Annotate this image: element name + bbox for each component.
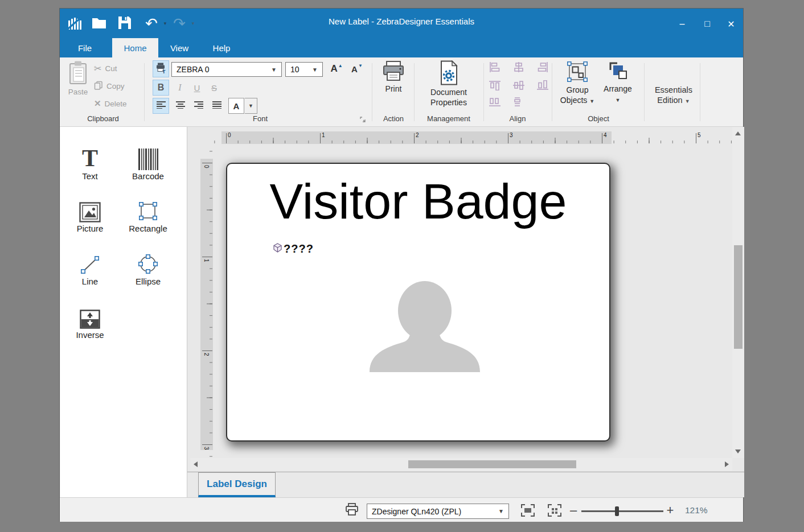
minimize-button[interactable]: – xyxy=(674,17,691,31)
scroll-down-arrow-icon[interactable] xyxy=(735,449,741,453)
delete-icon: ✕ xyxy=(94,98,101,109)
variable-text-object[interactable]: ???? xyxy=(273,242,314,255)
distribute-horizontally-icon xyxy=(489,97,501,110)
title-bar: ↶ ▾ ↷ ▾ New Label - ZebraDesigner Essent… xyxy=(60,9,743,38)
align-left-edges-button[interactable] xyxy=(488,63,502,74)
edition-menu-button[interactable]: EssentialsEdition ▼ xyxy=(647,83,700,108)
copy-icon xyxy=(94,81,103,92)
printer-settings-button[interactable] xyxy=(343,502,360,518)
tab-label-design[interactable]: Label Design xyxy=(198,472,276,497)
align-text-right-button[interactable] xyxy=(191,98,207,114)
status-bar: ZDesigner QLn420 (ZPL)▼ – + 121% xyxy=(60,497,743,522)
zoom-slider-thumb[interactable] xyxy=(615,506,619,516)
shrink-font-button[interactable]: A▼ xyxy=(348,60,366,77)
arrange-icon xyxy=(607,74,629,84)
text-icon: T xyxy=(66,145,114,170)
printer-icon xyxy=(345,502,359,518)
photo-placeholder-object[interactable] xyxy=(359,281,490,372)
barcode-icon xyxy=(124,145,172,170)
zoom-slider-track[interactable] xyxy=(581,510,663,512)
align-left-icon xyxy=(157,101,166,111)
font-color-button[interactable]: A xyxy=(228,98,244,114)
font-dialog-launcher[interactable] xyxy=(358,115,367,123)
tab-help[interactable]: Help xyxy=(207,41,236,55)
paste-icon xyxy=(68,77,88,87)
grow-font-button[interactable]: A▲ xyxy=(327,60,346,77)
align-right-edges-button[interactable] xyxy=(536,63,549,74)
cut-button[interactable]: ✂Cut xyxy=(94,61,141,75)
vertical-scrollbar-thumb[interactable] xyxy=(734,245,743,349)
distribute-vertically-icon xyxy=(513,97,524,110)
align-bottom-edges-button[interactable] xyxy=(536,81,549,92)
tool-line[interactable]: Line xyxy=(66,250,114,288)
group-objects-icon xyxy=(566,75,589,85)
rectangle-icon xyxy=(124,197,172,222)
desktop-background: ↶ ▾ ↷ ▾ New Label - ZebraDesigner Essent… xyxy=(0,0,804,532)
align-middle-vertical-button[interactable] xyxy=(512,81,526,92)
scroll-left-arrow-icon[interactable] xyxy=(194,461,198,467)
tab-file[interactable]: File xyxy=(70,41,100,55)
ribbon-tab-bar: File Home View Help xyxy=(60,38,743,57)
underline-button[interactable]: U xyxy=(190,80,204,96)
horizontal-scrollbar[interactable] xyxy=(190,458,732,471)
group-objects-button[interactable]: GroupObjects ▼ xyxy=(559,60,596,113)
document-properties-icon xyxy=(438,77,459,87)
tool-barcode[interactable]: Barcode xyxy=(124,145,172,183)
print-button[interactable]: Print xyxy=(376,60,411,112)
app-window: ↶ ▾ ↷ ▾ New Label - ZebraDesigner Essent… xyxy=(59,8,744,522)
chevron-down-icon: ▼ xyxy=(498,508,504,514)
bold-button[interactable]: B xyxy=(153,80,169,96)
align-text-center-button[interactable] xyxy=(173,98,188,114)
horizontal-ruler: 0 1 2 3 4 5 xyxy=(214,131,733,144)
copy-button[interactable]: Copy xyxy=(94,79,141,93)
toolbox-panel: T Text Barcode Picture Rectangle Line xyxy=(60,127,187,497)
close-button[interactable]: ✕ xyxy=(723,17,740,31)
scroll-right-arrow-icon[interactable] xyxy=(725,461,729,467)
fit-to-objects-button[interactable] xyxy=(545,504,564,519)
align-center-horizontal-button[interactable] xyxy=(512,63,526,74)
printer-select[interactable]: ZDesigner QLn420 (ZPL)▼ xyxy=(367,504,509,519)
scroll-up-arrow-icon[interactable] xyxy=(735,131,741,135)
tab-view[interactable]: View xyxy=(165,41,194,55)
chevron-down-icon: ▼ xyxy=(616,97,621,103)
action-group-label: Action xyxy=(374,114,413,123)
distribute-vertically-button[interactable] xyxy=(512,98,526,109)
vertical-ruler: 0 1 2 3 xyxy=(200,147,213,463)
chevron-down-icon: ▼ xyxy=(685,98,690,104)
font-size-select[interactable]: 10▼ xyxy=(285,62,323,77)
tool-picture[interactable]: Picture xyxy=(66,197,114,235)
tool-ellipse[interactable]: Ellipse xyxy=(124,250,172,288)
distribute-horizontally-button[interactable] xyxy=(488,98,502,109)
zoom-in-button[interactable]: + xyxy=(664,502,676,518)
vertical-scrollbar[interactable] xyxy=(732,127,744,458)
tool-text[interactable]: T Text xyxy=(66,145,114,183)
tool-rectangle[interactable]: Rectangle xyxy=(124,197,172,235)
label-title-text-object[interactable]: Visitor Badge xyxy=(227,176,609,226)
picture-icon xyxy=(66,197,114,222)
printer-font-toggle[interactable]: T xyxy=(153,60,169,77)
document-properties-button[interactable]: DocumentProperties xyxy=(419,60,479,113)
font-family-select[interactable]: ZEBRA 0▼ xyxy=(171,62,282,77)
italic-button[interactable]: I xyxy=(173,80,187,96)
font-color-dropdown[interactable]: ▼ xyxy=(245,98,257,114)
fit-to-label-button[interactable] xyxy=(519,504,537,519)
paste-button[interactable]: Paste xyxy=(64,60,92,110)
delete-button[interactable]: ✕Delete xyxy=(94,97,141,110)
align-text-left-button[interactable] xyxy=(153,98,169,114)
tool-inverse[interactable]: Inverse xyxy=(66,304,114,341)
strikethrough-button[interactable]: S xyxy=(207,80,221,96)
horizontal-scrollbar-thumb[interactable] xyxy=(408,460,576,468)
align-text-justify-button[interactable] xyxy=(209,98,225,114)
design-canvas[interactable]: 0 1 2 3 4 5 0 1 2 3 Visitor Badge xyxy=(187,127,744,472)
tab-home[interactable]: Home xyxy=(112,38,158,57)
align-middle-vertical-icon xyxy=(513,80,524,93)
zoom-out-button[interactable]: – xyxy=(568,502,579,518)
align-center-horizontal-icon xyxy=(513,62,524,75)
arrange-button[interactable]: Arrange▼ xyxy=(600,60,636,113)
label-document[interactable]: Visitor Badge ???? xyxy=(226,163,610,442)
zoom-percent-value: 121% xyxy=(685,505,721,515)
chevron-down-icon: ▼ xyxy=(589,98,594,104)
printer-font-icon: T xyxy=(155,62,167,76)
maximize-button[interactable]: □ xyxy=(699,17,716,31)
align-top-edges-button[interactable] xyxy=(488,81,502,92)
